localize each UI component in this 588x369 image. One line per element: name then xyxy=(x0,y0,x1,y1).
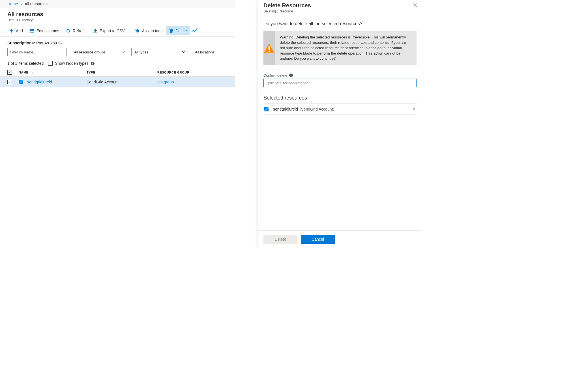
resource-type-cell: SendGrid Account xyxy=(87,80,157,84)
warning-text: Warning! Deleting the selected resources… xyxy=(275,31,417,65)
cancel-button[interactable]: Cancel xyxy=(301,235,335,244)
add-button[interactable]: Add xyxy=(6,26,26,35)
panel-body: Do you want to delete all the selected r… xyxy=(258,16,422,230)
export-csv-label: Export to CSV xyxy=(100,29,125,33)
list-status-row: 1 of 1 items selected Show hidden types … xyxy=(0,58,235,68)
col-header-type[interactable]: TYPE ↑↓ xyxy=(87,71,157,74)
info-icon[interactable]: i xyxy=(91,62,95,65)
breadcrumb-separator: › xyxy=(21,2,22,6)
main-content: Home › All resources All resources Defau… xyxy=(0,0,235,248)
col-type-label: TYPE xyxy=(87,71,95,74)
panel-header: Delete Resources Deleting 1 resource xyxy=(258,0,422,16)
filter-types-value: All types xyxy=(134,50,148,54)
delete-prompt: Do you want to delete all the selected r… xyxy=(263,21,417,26)
selected-resource-type: (SendGrid Account) xyxy=(300,107,334,111)
more-toolbar-button[interactable] xyxy=(190,26,200,35)
svg-rect-4 xyxy=(30,32,31,33)
subscriptions-value: Pay-As-You-Go xyxy=(36,41,64,45)
delete-resources-panel: Delete Resources Deleting 1 resource Do … xyxy=(258,0,422,248)
items-selected-text: 1 of 1 items selected xyxy=(7,61,44,66)
breadcrumb-current: All resources xyxy=(25,2,48,6)
panel-footer: Delete Cancel xyxy=(258,230,422,248)
breadcrumb: Home › All resources xyxy=(0,0,235,8)
subscriptions-row: Subscriptions: Pay-As-You-Go xyxy=(0,37,235,46)
confirm-label-text: Confirm delete xyxy=(263,73,287,77)
resource-group-link[interactable]: testgroup xyxy=(157,80,174,84)
svg-rect-3 xyxy=(31,30,34,31)
svg-rect-1 xyxy=(31,29,34,30)
toolbar-separator xyxy=(130,28,130,34)
download-icon xyxy=(93,29,97,33)
add-label: Add xyxy=(16,29,23,33)
trash-icon xyxy=(169,29,173,33)
confirm-delete-button[interactable]: Delete xyxy=(263,235,297,244)
refresh-button[interactable]: Refresh xyxy=(63,26,90,35)
page-title: All resources xyxy=(7,11,229,18)
breadcrumb-home[interactable]: Home xyxy=(7,2,18,6)
resource-name-link[interactable]: sendgridjureid xyxy=(27,80,52,84)
selected-resource-name: sendgridjureid xyxy=(273,107,298,111)
col-header-resource-group[interactable]: RESOURCE GROUP ↑↓ xyxy=(157,71,228,74)
info-icon[interactable]: i xyxy=(289,74,293,77)
filter-locations-value: All locations xyxy=(195,50,214,54)
filter-locations-dropdown[interactable]: All locations xyxy=(192,48,223,56)
table-row[interactable]: sendgridjureid SendGrid Account testgrou… xyxy=(0,77,235,87)
chevron-down-icon xyxy=(182,51,185,53)
tag-icon xyxy=(135,29,140,33)
svg-rect-6 xyxy=(269,46,270,50)
refresh-label: Refresh xyxy=(73,29,87,33)
warning-icon xyxy=(263,31,275,65)
select-all-checkbox[interactable] xyxy=(7,70,12,75)
columns-icon xyxy=(30,29,34,33)
plus-icon xyxy=(9,29,14,33)
confirm-delete-label: Confirm delete i xyxy=(263,73,417,77)
sort-icon: ↑↓ xyxy=(97,71,100,74)
chevron-down-icon xyxy=(121,51,125,53)
filter-types-dropdown[interactable]: All types xyxy=(131,48,188,56)
confirm-delete-input[interactable] xyxy=(263,79,417,87)
selected-resource-row: sendgridjureid (SendGrid Account) × xyxy=(263,103,417,115)
panel-subtitle: Deleting 1 resource xyxy=(263,9,417,13)
resource-icon xyxy=(19,80,23,84)
subscriptions-label: Subscriptions: xyxy=(7,41,35,45)
delete-label: Delete xyxy=(175,29,187,33)
show-hidden-checkbox[interactable] xyxy=(48,61,53,66)
refresh-icon xyxy=(66,29,70,33)
panel-title: Delete Resources xyxy=(263,2,417,9)
filters-row: All resource groups All types All locati… xyxy=(0,46,235,58)
sort-icon: ↑↓ xyxy=(30,71,33,74)
filter-name-input[interactable] xyxy=(7,48,67,56)
page-header: All resources Default Directory xyxy=(0,8,235,25)
delete-button[interactable]: Delete xyxy=(166,26,190,35)
edit-columns-button[interactable]: Edit columns xyxy=(26,26,63,35)
grid-header: NAME ↑↓ TYPE ↑↓ RESOURCE GROUP ↑↓ xyxy=(0,68,235,77)
page-subtitle: Default Directory xyxy=(7,18,229,22)
svg-rect-2 xyxy=(30,30,31,31)
col-header-name[interactable]: NAME ↑↓ xyxy=(19,71,87,74)
toolbar: Add Edit columns Refresh Export to CSV xyxy=(0,25,235,37)
show-hidden-label: Show hidden types xyxy=(55,61,88,66)
col-rg-label: RESOURCE GROUP xyxy=(157,71,189,74)
col-name-label: NAME xyxy=(19,71,28,74)
export-csv-button[interactable]: Export to CSV xyxy=(90,26,128,35)
svg-rect-0 xyxy=(30,29,31,30)
assign-tags-label: Assign tags xyxy=(142,29,162,33)
selected-resources-title: Selected resources xyxy=(263,95,417,101)
edit-columns-label: Edit columns xyxy=(37,29,59,33)
filter-resource-groups-dropdown[interactable]: All resource groups xyxy=(71,48,127,56)
remove-selected-icon[interactable]: × xyxy=(413,106,416,112)
resource-icon xyxy=(264,107,269,111)
filter-rg-value: All resource groups xyxy=(74,50,106,54)
svg-rect-5 xyxy=(31,32,34,33)
sort-icon: ↑↓ xyxy=(191,71,194,74)
assign-tags-button[interactable]: Assign tags xyxy=(132,26,166,35)
try-preview-icon xyxy=(192,29,197,33)
warning-box: Warning! Deleting the selected resources… xyxy=(263,31,417,65)
svg-rect-7 xyxy=(269,51,270,52)
row-checkbox[interactable] xyxy=(7,80,12,84)
close-icon[interactable] xyxy=(413,3,418,7)
